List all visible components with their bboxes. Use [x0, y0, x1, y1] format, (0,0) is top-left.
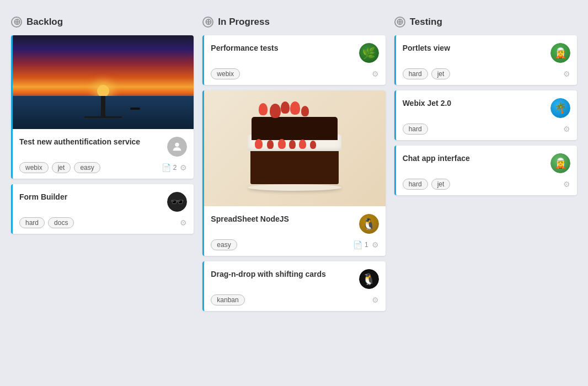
card-drag: Drag-n-drop with shifting cards 🐧 kanban…	[202, 261, 385, 311]
card-spreadsheet: SpreadSheet NodeJS 🐧 easy 📄 1 ⚙	[202, 90, 385, 256]
card-portlets: Portlets view 🧝 hard jet ⚙	[394, 35, 577, 85]
card-perf: Performance tests 🌿 webix ⚙	[202, 35, 385, 85]
column-header-in-progress: ⊕ In Progress	[202, 11, 385, 35]
card-portlets-avatar: 🧝	[550, 43, 570, 63]
tag-easy: easy	[74, 162, 100, 173]
add-in-progress-button[interactable]: ⊕	[202, 17, 213, 28]
tag-hard: hard	[19, 217, 45, 228]
column-title-testing: Testing	[410, 17, 442, 28]
tag-jet-chat: jet	[431, 179, 451, 190]
doc-icon: 📄	[162, 163, 171, 172]
tag-hard-jet: hard	[403, 124, 428, 135]
card-form-gear[interactable]: ⚙	[180, 218, 187, 227]
svg-point-0	[175, 143, 179, 147]
card-form-avatar: 🕶️	[167, 192, 187, 212]
column-backlog: ⊕ Backlog Test new authentification serv…	[11, 11, 194, 239]
card-auth-meta: 📄 2	[162, 163, 177, 172]
card-image-sunset	[13, 35, 194, 129]
tag-webix-perf: webix	[211, 68, 240, 79]
card-perf-title: Performance tests	[211, 43, 359, 54]
tag-kanban: kanban	[211, 294, 244, 305]
card-jet-avatar: 🌴	[550, 98, 570, 118]
card-auth-title: Test new authentification service	[19, 137, 167, 148]
card-spreadsheet-title: SpreadSheet NodeJS	[211, 214, 359, 225]
card-portlets-title: Portlets view	[403, 43, 550, 54]
tag-hard-portlets: hard	[403, 68, 428, 79]
card-drag-title: Drag-n-drop with shifting cards	[211, 269, 359, 280]
card-spreadsheet-meta: 📄 1	[353, 240, 368, 249]
tag-hard-chat: hard	[403, 179, 428, 190]
card-form: Form Builder 🕶️ hard docs ⚙	[11, 184, 194, 234]
card-spreadsheet-avatar: 🐧	[359, 214, 379, 234]
card-portlets-gear[interactable]: ⚙	[563, 69, 570, 78]
tag-jet: jet	[52, 162, 71, 173]
card-jet: Webix Jet 2.0 🌴 hard ⚙	[394, 90, 577, 140]
card-auth-avatar	[167, 137, 187, 157]
column-title-in-progress: In Progress	[218, 17, 270, 28]
card-spreadsheet-gear[interactable]: ⚙	[372, 240, 379, 249]
card-perf-gear[interactable]: ⚙	[372, 69, 379, 78]
tag-jet-portlets: jet	[431, 68, 451, 79]
column-in-progress: ⊕ In Progress Performance tests 🌿 webix …	[202, 11, 385, 317]
card-auth: Test new authentification service webix …	[11, 35, 194, 179]
card-chat-gear[interactable]: ⚙	[563, 180, 570, 189]
tag-docs: docs	[48, 217, 74, 228]
card-jet-gear[interactable]: ⚙	[563, 125, 570, 133]
card-jet-title: Webix Jet 2.0	[403, 98, 550, 109]
column-header-backlog: ⊕ Backlog	[11, 11, 194, 35]
kanban-board: ⊕ Backlog Test new authentification serv…	[11, 11, 577, 317]
doc-count: 2	[173, 164, 177, 171]
card-form-title: Form Builder	[19, 192, 167, 203]
card-drag-avatar: 🐧	[359, 269, 379, 289]
column-header-testing: ⊕ Testing	[394, 11, 577, 35]
tag-easy-spreadsheet: easy	[211, 239, 237, 250]
card-chat: Chat app interface 🧝 hard jet ⚙	[394, 146, 577, 195]
tag-webix: webix	[19, 162, 49, 173]
column-testing: ⊕ Testing Portlets view 🧝 hard jet ⚙	[394, 11, 577, 201]
card-auth-gear[interactable]: ⚙	[180, 163, 187, 172]
add-testing-button[interactable]: ⊕	[394, 17, 405, 28]
card-chat-avatar: 🧝	[550, 153, 570, 173]
card-image-cake	[204, 90, 385, 206]
card-drag-gear[interactable]: ⚙	[372, 296, 379, 304]
card-chat-title: Chat app interface	[403, 153, 550, 164]
doc-count-spreadsheet: 1	[365, 241, 368, 249]
doc-icon-spreadsheet: 📄	[353, 240, 362, 249]
add-backlog-button[interactable]: ⊕	[11, 17, 22, 28]
card-perf-avatar: 🌿	[359, 43, 379, 63]
column-title-backlog: Backlog	[26, 17, 63, 28]
